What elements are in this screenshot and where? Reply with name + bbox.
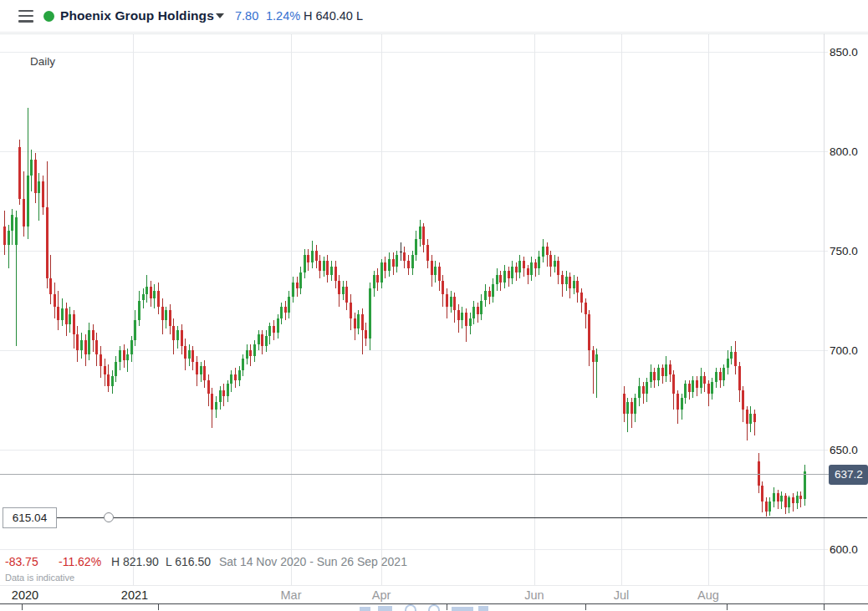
candle-body <box>15 217 18 245</box>
candle-body <box>518 261 521 272</box>
header-change-percent: 1.24% <box>266 9 300 23</box>
candle-body <box>27 176 29 227</box>
candle-body <box>30 160 33 176</box>
h-gridline <box>0 549 828 550</box>
chevron-down-icon[interactable] <box>216 13 224 18</box>
candle-body <box>792 497 794 503</box>
watermark <box>478 606 488 611</box>
x-axis-tick <box>824 604 825 610</box>
candle-body <box>554 261 556 267</box>
candle-body <box>773 493 775 502</box>
candle-body <box>542 247 544 257</box>
candle-body <box>111 376 114 386</box>
instrument-title[interactable]: Phoenix Group Holdings <box>60 8 214 23</box>
candle-body <box>338 281 340 295</box>
candle-body <box>515 267 518 272</box>
candle-body <box>419 227 421 238</box>
candle-body <box>268 326 271 336</box>
candle-body <box>722 368 725 379</box>
candle-body <box>3 227 6 244</box>
candle-body <box>642 386 645 395</box>
candle-body <box>230 374 232 384</box>
price-level-label[interactable]: 615.04 <box>3 507 57 528</box>
candle-body <box>176 330 179 340</box>
candle-body <box>585 303 587 314</box>
candle-body <box>461 313 463 321</box>
chart-header: Phoenix Group Holdings 7.80 1.24% H 640.… <box>0 0 868 33</box>
candle-body <box>407 261 410 269</box>
candle-body <box>746 410 748 424</box>
candle-body <box>438 267 441 281</box>
candle-body <box>477 307 479 315</box>
candle-body <box>273 326 275 332</box>
candle-body <box>23 199 25 227</box>
candle-body <box>61 308 64 320</box>
candle-body <box>661 368 664 376</box>
candle-body <box>354 318 356 328</box>
watermark <box>428 604 440 611</box>
candle-body <box>450 297 452 307</box>
candle-body <box>384 262 386 271</box>
candle-body <box>411 255 414 269</box>
candle-body <box>246 350 248 359</box>
candle-body <box>107 374 110 386</box>
candle-body <box>350 303 352 318</box>
candle-body <box>457 310 460 320</box>
candle-body <box>311 251 314 262</box>
candle-body <box>330 267 333 275</box>
candle-body <box>492 284 494 296</box>
candle-body <box>727 359 729 369</box>
candle-body <box>181 330 183 346</box>
candle-body <box>200 366 202 374</box>
candle-body <box>523 261 525 269</box>
period-high: H 821.90 <box>111 555 159 568</box>
candle-body <box>345 287 348 303</box>
price-level-drag-handle[interactable] <box>104 512 114 522</box>
candle-body <box>538 257 540 268</box>
candle-body <box>134 320 136 340</box>
candle-body <box>400 252 402 252</box>
candle-body <box>92 330 94 340</box>
candle-body <box>184 346 186 358</box>
candle-body <box>511 267 513 278</box>
x-axis-label: Apr <box>372 588 391 602</box>
candle-body <box>396 255 398 267</box>
v-gridline <box>133 33 134 585</box>
candle-body <box>146 287 148 295</box>
candle-body <box>157 291 160 307</box>
v-gridline <box>534 33 535 585</box>
candle-body <box>484 291 487 301</box>
timeframe-label: Daily <box>30 55 55 68</box>
candle-body <box>57 307 59 321</box>
candle-body <box>315 251 318 261</box>
candle-body <box>742 390 744 410</box>
x-axis-label: Aug <box>697 588 719 602</box>
candle-body <box>242 359 244 370</box>
candle-body <box>169 310 171 326</box>
y-axis-label: 650.0 <box>830 444 866 456</box>
candle-body <box>453 297 456 311</box>
candle-body <box>796 496 799 504</box>
period-change-percent: -11.62% <box>59 555 101 568</box>
menu-hamburger-icon[interactable] <box>18 10 33 23</box>
candle-body <box>115 362 117 376</box>
candle-body <box>623 394 625 414</box>
v-gridline <box>621 33 622 585</box>
candle-body <box>496 275 498 285</box>
candle-body <box>765 502 768 512</box>
candle-body <box>480 301 483 315</box>
x-axis-label: 2021 <box>121 588 148 602</box>
candle-body <box>472 307 475 318</box>
candle-body <box>657 368 660 379</box>
x-axis-tick <box>22 604 23 610</box>
candle-body <box>153 291 156 299</box>
price-level-line[interactable] <box>57 517 867 518</box>
data-indicative-disclaimer: Data is indicative <box>5 573 74 583</box>
candle-body <box>565 277 568 285</box>
candle-body <box>534 262 537 268</box>
candle-body <box>788 497 790 507</box>
candle-body <box>446 294 448 306</box>
candle-wick <box>800 491 801 507</box>
candle-body <box>69 314 71 324</box>
candle-body <box>646 382 648 394</box>
